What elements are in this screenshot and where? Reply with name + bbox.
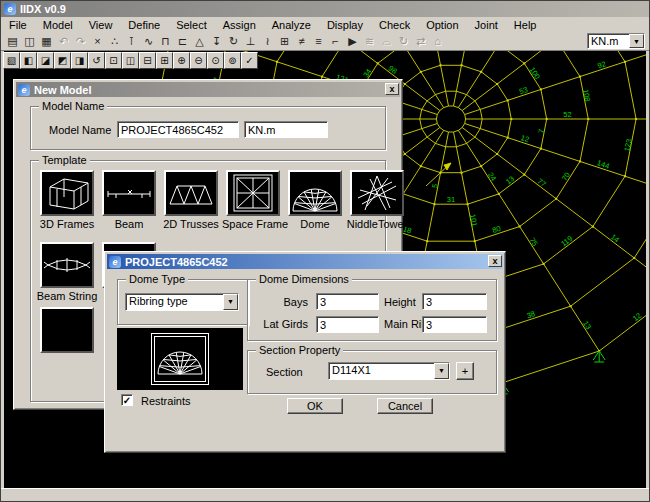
close-icon[interactable]: x (488, 255, 502, 267)
template-label: NiddleTower (346, 218, 408, 230)
ungroup-icon[interactable]: ⊞ (156, 52, 173, 69)
node-tool-icon[interactable]: ∴ (106, 34, 123, 49)
unit-combobox[interactable]: KN.m ▼ (587, 33, 645, 49)
zoom-in-icon[interactable]: ⊕ (173, 52, 190, 69)
redraw-icon[interactable]: ✓ (241, 52, 258, 69)
redo-icon: ↷ (72, 34, 89, 49)
menu-assign[interactable]: Assign (215, 19, 264, 31)
merge-tool-icon[interactable]: ≡ (310, 34, 327, 49)
dome-preview (117, 328, 243, 390)
template-tile[interactable] (40, 307, 94, 353)
template-2d-trusses[interactable] (164, 170, 218, 216)
template-label: Beam String (36, 290, 98, 302)
template-dome[interactable] (288, 170, 342, 216)
unit-value: KN.m (588, 34, 629, 48)
template-beam-string[interactable] (40, 242, 94, 288)
model-name-group-label: Model Name (39, 100, 107, 112)
template-3d-frames[interactable] (40, 170, 94, 216)
save-file-icon[interactable]: ▦ (38, 34, 55, 49)
element-tool-icon[interactable]: ⊺ (123, 34, 140, 49)
beam-tool-icon[interactable]: ⊏ (174, 34, 191, 49)
main-toolbar: ▤◫▦↶↷×∴⊺∿⊓⊏△↧↻⊥≀⊞≠≡⌐▶≋⌓↻⇄⌂ KN.m ▼ (1, 32, 650, 51)
select-identity-icon[interactable]: ⊡ (105, 52, 122, 69)
run-analysis-icon[interactable]: ▶ (344, 34, 361, 49)
zoom-out-icon[interactable]: ⊖ (190, 52, 207, 69)
menu-display[interactable]: Display (319, 19, 371, 31)
mesh-tool-icon[interactable]: ⊞ (276, 34, 293, 49)
select-all-icon[interactable]: ▧ (3, 52, 20, 69)
pan-view-icon: ⇄ (412, 34, 429, 49)
menu-bar: FileModelViewDefineSelectAssignAnalyzeDi… (1, 17, 650, 32)
restraints-checkbox[interactable]: ✓ (121, 394, 133, 406)
home-view-icon: ⌂ (429, 34, 446, 49)
menu-define[interactable]: Define (120, 19, 168, 31)
zoom-window-icon[interactable]: ⊙ (207, 52, 224, 69)
template-label: 2D Trusses (160, 218, 222, 230)
chevron-down-icon[interactable]: ▼ (629, 34, 644, 48)
undo-icon: ↶ (55, 34, 72, 49)
template-niddletower[interactable] (350, 170, 404, 216)
dome-dialog-title: PROJECT4865C452 (125, 256, 228, 268)
template-beam[interactable] (102, 170, 156, 216)
menu-select[interactable]: Select (168, 19, 215, 31)
template-space-frame[interactable] (226, 170, 280, 216)
app-icon: e (4, 3, 16, 15)
add-section-button[interactable]: + (456, 362, 474, 380)
rotate-view-icon: ↻ (395, 34, 412, 49)
chevron-down-icon[interactable]: ▼ (434, 363, 449, 379)
menu-check[interactable]: Check (371, 19, 418, 31)
menu-help[interactable]: Help (506, 19, 545, 31)
bays-input[interactable] (316, 293, 379, 310)
dome-preview-frame (151, 333, 209, 385)
select-intersect-icon[interactable]: ◩ (54, 52, 71, 69)
select-plane-icon[interactable]: ◫ (122, 52, 139, 69)
support-tool-icon[interactable]: ⊥ (242, 34, 259, 49)
menu-joint[interactable]: Joint (467, 19, 506, 31)
height-input[interactable] (422, 293, 487, 310)
lat-girds-input[interactable] (316, 316, 379, 333)
section-property-group: Section Property Section D114X1 ▼ + (247, 350, 497, 394)
dome-type-combobox[interactable]: Ribring type ▼ (125, 293, 239, 311)
material-tool-icon[interactable]: ∿ (140, 34, 157, 49)
truss-tool-icon[interactable]: △ (191, 34, 208, 49)
title-bar: e IIDX v0.9 (1, 1, 650, 17)
select-polygon-icon[interactable]: ◪ (37, 52, 54, 69)
menu-model[interactable]: Model (35, 19, 81, 31)
height-label: Height (384, 296, 416, 308)
status-bar (1, 488, 650, 502)
moment-tool-icon[interactable]: ↻ (225, 34, 242, 49)
zoom-fit-icon[interactable]: ⊚ (224, 52, 241, 69)
app-title: IIDX v0.9 (20, 3, 66, 15)
dome-type-group-label: Dome Type (126, 273, 188, 285)
load-tool-icon[interactable]: ↧ (208, 34, 225, 49)
model-name-input[interactable] (117, 121, 239, 138)
divide-tool-icon[interactable]: ≠ (293, 34, 310, 49)
select-previous-icon[interactable]: ↺ (88, 52, 105, 69)
section-combobox[interactable]: D114X1 ▼ (328, 362, 450, 380)
chevron-down-icon[interactable]: ▼ (223, 294, 238, 310)
ok-button[interactable]: OK (287, 398, 343, 414)
close-icon[interactable]: x (385, 83, 399, 95)
menu-analyze[interactable]: Analyze (264, 19, 319, 31)
model-name-group: Model Name Model Name (30, 106, 386, 150)
menu-view[interactable]: View (81, 19, 121, 31)
new-model-icon[interactable]: ▤ (4, 34, 21, 49)
dome-dimensions-group-label: Dome Dimensions (256, 273, 352, 285)
cancel-button[interactable]: Cancel (377, 398, 433, 414)
open-file-icon[interactable]: ◫ (21, 34, 38, 49)
spring-tool-icon[interactable]: ≀ (259, 34, 276, 49)
section-tool-icon[interactable]: ⊓ (157, 34, 174, 49)
menu-option[interactable]: Option (418, 19, 466, 31)
dome-type-value: Ribring type (126, 294, 223, 310)
group-icon[interactable]: ⊟ (139, 52, 156, 69)
align-tool-icon[interactable]: ⌐ (327, 34, 344, 49)
unselect-icon[interactable]: ◨ (71, 52, 88, 69)
section-value: D114X1 (329, 363, 434, 379)
unit-input[interactable] (244, 121, 328, 138)
main-ribs-input[interactable] (422, 316, 487, 333)
menu-file[interactable]: File (1, 19, 35, 31)
section-label: Section (266, 366, 303, 378)
delete-icon[interactable]: × (89, 34, 106, 49)
select-window-icon[interactable]: ◧ (20, 52, 37, 69)
section-property-group-label: Section Property (256, 344, 343, 356)
